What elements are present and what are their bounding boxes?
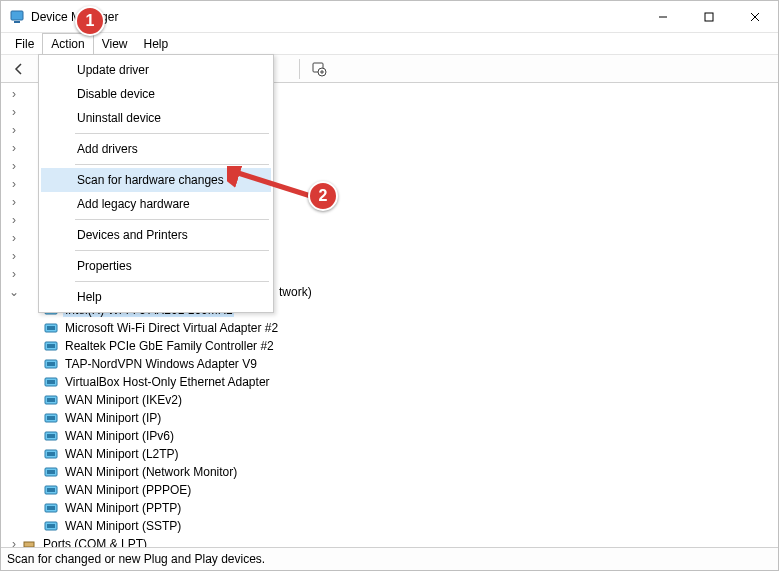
minimize-button[interactable] (640, 1, 686, 33)
menu-help[interactable]: Help (136, 33, 177, 54)
device-manager-icon (9, 9, 25, 25)
svg-rect-17 (47, 380, 55, 384)
menu-separator (75, 164, 269, 165)
chevron-right-icon[interactable]: › (7, 123, 21, 137)
svg-rect-3 (705, 13, 713, 21)
network-adapter-icon (43, 410, 59, 426)
network-adapter-icon (43, 482, 59, 498)
tree-device-row[interactable]: WAN Miniport (L2TP) (25, 445, 778, 463)
network-adapter-icon (43, 518, 59, 534)
chevron-right-icon[interactable]: › (7, 159, 21, 173)
tree-device-label: Microsoft Wi-Fi Direct Virtual Adapter #… (63, 321, 280, 335)
menu-action[interactable]: Action (42, 33, 93, 54)
titlebar: Device Manager (1, 1, 778, 33)
menu-item-add-drivers[interactable]: Add drivers (41, 137, 271, 161)
menu-item-devices-and-printers[interactable]: Devices and Printers (41, 223, 271, 247)
tree-device-row[interactable]: WAN Miniport (PPTP) (25, 499, 778, 517)
annotation-badge-2: 2 (308, 181, 338, 211)
tree-device-label: WAN Miniport (PPTP) (63, 501, 183, 515)
menu-item-help[interactable]: Help (41, 285, 271, 309)
chevron-right-icon[interactable]: › (7, 177, 21, 191)
tree-device-label: WAN Miniport (L2TP) (63, 447, 181, 461)
menu-separator (75, 133, 269, 134)
tree-device-row[interactable]: Microsoft Wi-Fi Direct Virtual Adapter #… (25, 319, 778, 337)
svg-rect-15 (47, 362, 55, 366)
chevron-right-icon[interactable]: › (7, 267, 21, 281)
network-adapter-icon (43, 356, 59, 372)
svg-rect-11 (47, 326, 55, 330)
tree-device-row[interactable]: WAN Miniport (IPv6) (25, 427, 778, 445)
chevron-right-icon[interactable]: › (7, 537, 21, 547)
svg-rect-1 (14, 21, 20, 23)
network-adapter-icon (43, 338, 59, 354)
ports-icon (21, 536, 37, 547)
network-adapter-icon (43, 446, 59, 462)
chevron-right-icon[interactable]: › (7, 231, 21, 245)
tree-device-label: WAN Miniport (PPPOE) (63, 483, 193, 497)
tree-device-label: TAP-NordVPN Windows Adapter V9 (63, 357, 259, 371)
menu-file[interactable]: File (7, 33, 42, 54)
menu-item-uninstall-device[interactable]: Uninstall device (41, 106, 271, 130)
statusbar: Scan for changed or new Plug and Play de… (1, 548, 778, 570)
tree-device-row[interactable]: TAP-NordVPN Windows Adapter V9 (25, 355, 778, 373)
toolbar-scan-hardware-button[interactable] (307, 58, 331, 80)
network-adapter-icon (43, 374, 59, 390)
close-button[interactable] (732, 1, 778, 33)
tree-category-ports[interactable]: › Ports (COM & LPT) (7, 535, 778, 547)
chevron-right-icon[interactable]: › (7, 87, 21, 101)
tree-device-label: WAN Miniport (IPv6) (63, 429, 176, 443)
svg-rect-27 (47, 470, 55, 474)
menu-separator (75, 281, 269, 282)
tree-device-row[interactable]: WAN Miniport (SSTP) (25, 517, 778, 535)
window-controls (640, 1, 778, 33)
svg-rect-21 (47, 416, 55, 420)
svg-rect-29 (47, 488, 55, 492)
toolbar-separator-2 (299, 59, 300, 79)
annotation-badge-1: 1 (75, 6, 105, 36)
tree-category-label: Ports (COM & LPT) (41, 537, 149, 547)
menu-view[interactable]: View (94, 33, 136, 54)
svg-rect-34 (24, 542, 34, 547)
tree-device-row[interactable]: WAN Miniport (PPPOE) (25, 481, 778, 499)
menu-separator (75, 250, 269, 251)
network-adapter-icon (43, 464, 59, 480)
menu-separator (75, 219, 269, 220)
tree-device-row[interactable]: WAN Miniport (IP) (25, 409, 778, 427)
chevron-right-icon[interactable]: › (7, 213, 21, 227)
tree-category-label-tail: twork) (277, 285, 314, 299)
chevron-down-icon[interactable]: ⌄ (7, 285, 21, 299)
svg-rect-33 (47, 524, 55, 528)
tree-device-label: WAN Miniport (IP) (63, 411, 163, 425)
svg-rect-23 (47, 434, 55, 438)
svg-rect-0 (11, 11, 23, 20)
network-adapter-icon (43, 428, 59, 444)
tree-device-row[interactable]: Realtek PCIe GbE Family Controller #2 (25, 337, 778, 355)
tree-device-label: VirtualBox Host-Only Ethernet Adapter (63, 375, 272, 389)
chevron-right-icon[interactable]: › (7, 249, 21, 263)
tree-device-row[interactable]: VirtualBox Host-Only Ethernet Adapter (25, 373, 778, 391)
menu-item-disable-device[interactable]: Disable device (41, 82, 271, 106)
svg-rect-19 (47, 398, 55, 402)
chevron-right-icon[interactable]: › (7, 195, 21, 209)
chevron-right-icon[interactable]: › (7, 141, 21, 155)
network-adapter-list: Intel(R) Wi-Fi 6 AX201 160MHzMicrosoft W… (25, 301, 778, 535)
menu-item-properties[interactable]: Properties (41, 254, 271, 278)
tree-device-label: WAN Miniport (Network Monitor) (63, 465, 239, 479)
network-adapter-icon (43, 500, 59, 516)
svg-rect-13 (47, 344, 55, 348)
tree-device-label: WAN Miniport (SSTP) (63, 519, 183, 533)
menu-item-update-driver[interactable]: Update driver (41, 58, 271, 82)
svg-line-35 (235, 172, 317, 198)
window-frame: Device Manager File Action View Help (0, 0, 779, 571)
tree-device-row[interactable]: WAN Miniport (Network Monitor) (25, 463, 778, 481)
tree-device-label: WAN Miniport (IKEv2) (63, 393, 184, 407)
maximize-button[interactable] (686, 1, 732, 33)
chevron-right-icon[interactable]: › (7, 105, 21, 119)
network-adapter-icon (43, 392, 59, 408)
tree-device-label: Realtek PCIe GbE Family Controller #2 (63, 339, 276, 353)
svg-rect-31 (47, 506, 55, 510)
toolbar-back-button[interactable] (7, 58, 31, 80)
menubar: File Action View Help (1, 33, 778, 55)
tree-device-row[interactable]: WAN Miniport (IKEv2) (25, 391, 778, 409)
statusbar-text: Scan for changed or new Plug and Play de… (7, 552, 265, 566)
